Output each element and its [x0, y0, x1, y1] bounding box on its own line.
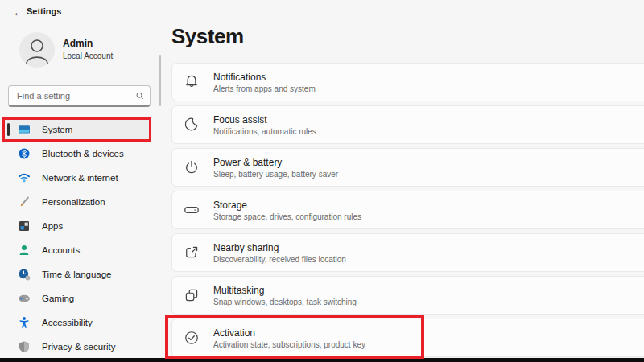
- sidebar-item-accessibility[interactable]: Accessibility: [4, 311, 151, 335]
- sidebar-item-label: Network & internet: [42, 173, 118, 183]
- card-subtitle: Alerts from apps and system: [213, 84, 316, 93]
- card-title: Focus assist: [213, 114, 316, 125]
- accessibility-icon: [18, 316, 31, 329]
- sidebar-item-time-language[interactable]: Time & language: [4, 262, 151, 286]
- bell-icon: [183, 73, 200, 91]
- sidebar-item-label: Bluetooth & devices: [42, 149, 124, 158]
- sidebar-item-personalization[interactable]: Personalization: [4, 190, 151, 214]
- settings-card-power-battery[interactable]: Power & battery Sleep, battery usage, ba…: [171, 148, 644, 187]
- card-title: Activation: [213, 327, 365, 339]
- sidebar-item-label: Apps: [42, 221, 63, 231]
- accounts-icon: [18, 244, 31, 257]
- sidebar-scrollbar-thumb[interactable]: [159, 55, 161, 106]
- bluetooth-icon: [18, 147, 31, 160]
- back-button[interactable]: ←: [10, 3, 27, 21]
- settings-card-nearby-sharing[interactable]: Nearby sharing Discoverability, received…: [171, 233, 644, 272]
- window-title: Settings: [27, 6, 61, 16]
- card-title: Notifications: [213, 72, 316, 83]
- person-icon: [19, 32, 55, 68]
- card-title: Multitasking: [213, 285, 357, 296]
- sidebar-item-label: Accessibility: [42, 318, 93, 327]
- card-title: Storage: [213, 200, 361, 211]
- card-subtitle: Notifications, automatic rules: [213, 127, 316, 136]
- settings-card-multitasking[interactable]: Multitasking Snap windows, desktops, tas…: [171, 276, 644, 315]
- settings-card-storage[interactable]: Storage Storage space, drives, configura…: [171, 191, 644, 229]
- network-icon: [18, 171, 31, 184]
- sidebar-item-gaming[interactable]: Gaming: [4, 286, 151, 311]
- avatar: [19, 32, 55, 68]
- sidebar-item-bluetooth-devices[interactable]: Bluetooth & devices: [4, 142, 151, 166]
- sidebar-nav: System Bluetooth & devices Network & int…: [0, 117, 158, 359]
- power-icon: [183, 158, 200, 176]
- user-name: Admin: [63, 38, 93, 49]
- sidebar-item-label: Gaming: [42, 294, 74, 303]
- settings-card-notifications[interactable]: Notifications Alerts from apps and syste…: [171, 63, 644, 101]
- card-subtitle: Sleep, battery usage, battery saver: [213, 170, 338, 179]
- sidebar-item-apps[interactable]: Apps: [4, 214, 151, 238]
- multitask-icon: [183, 286, 200, 304]
- sidebar-item-label: Privacy & security: [42, 342, 115, 352]
- moon-icon: [183, 116, 200, 134]
- search-icon: [134, 89, 147, 102]
- share-icon: [183, 244, 200, 261]
- activation-check-icon: [183, 329, 200, 347]
- time-language-icon: [18, 268, 31, 281]
- apps-icon: [18, 220, 31, 232]
- sidebar-item-label: Time & language: [42, 269, 112, 279]
- bottom-edge-bar: [0, 358, 644, 362]
- card-subtitle: Storage space, drives, configuration rul…: [213, 212, 361, 221]
- user-account-type: Local Account: [63, 51, 113, 60]
- sidebar-item-label: System: [42, 125, 72, 134]
- sidebar-item-system[interactable]: System: [4, 117, 151, 142]
- search-input[interactable]: [9, 91, 134, 101]
- selected-accent-bar: [7, 123, 10, 136]
- personalization-icon: [18, 195, 31, 208]
- sidebar-item-privacy-security[interactable]: Privacy & security: [4, 335, 151, 359]
- card-title: Power & battery: [213, 157, 338, 168]
- privacy-security-icon: [18, 340, 31, 353]
- card-subtitle: Discoverability, received files location: [213, 255, 346, 264]
- sidebar-item-label: Accounts: [42, 245, 80, 255]
- storage-icon: [183, 201, 200, 219]
- sidebar-item-network-internet[interactable]: Network & internet: [4, 166, 151, 190]
- gaming-icon: [18, 292, 31, 305]
- settings-card-activation[interactable]: Activation Activation state, subscriptio…: [171, 319, 644, 357]
- system-icon: [18, 123, 31, 136]
- card-subtitle: Snap windows, desktops, task switching: [213, 298, 357, 306]
- page-title: System: [171, 24, 244, 49]
- settings-card-focus-assist[interactable]: Focus assist Notifications, automatic ru…: [171, 105, 644, 144]
- card-title: Nearby sharing: [213, 242, 346, 253]
- card-subtitle: Activation state, subscriptions, product…: [213, 340, 365, 349]
- sidebar-item-label: Personalization: [42, 197, 105, 207]
- search-box[interactable]: [8, 85, 151, 107]
- sidebar-item-accounts[interactable]: Accounts: [4, 238, 151, 262]
